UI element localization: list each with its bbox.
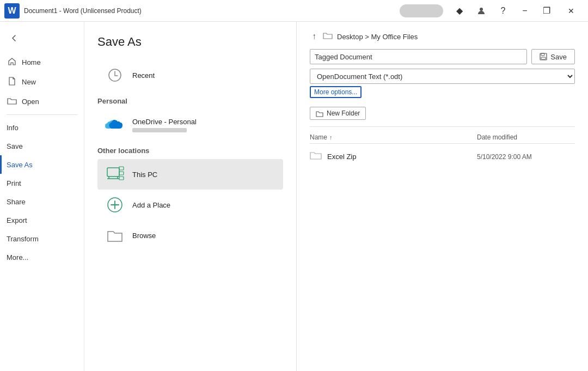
file-list-header: Name ↑ Date modified <box>310 131 575 144</box>
sidebar-item-open-label: Open <box>22 98 39 106</box>
new-folder-button[interactable]: Name New Folder <box>310 107 366 120</box>
recent-label: Recent <box>132 71 155 80</box>
svg-point-0 <box>480 8 483 11</box>
app-logo: W <box>4 3 20 19</box>
location-this-pc[interactable]: This PC <box>97 159 283 190</box>
recent-icon <box>104 64 126 86</box>
sidebar-item-home-label: Home <box>22 58 41 66</box>
sidebar-item-save-label: Save <box>7 142 23 150</box>
onedrive-icon <box>104 114 126 136</box>
titlebar: W Document1 - Word (Unlicensed Product) … <box>0 0 588 22</box>
account-icon-btn[interactable] <box>471 2 491 20</box>
this-pc-label: This PC <box>132 171 157 179</box>
file-date-0: 5/10/2022 9:00 AM <box>477 153 575 161</box>
sidebar-item-home[interactable]: Home <box>0 52 84 72</box>
location-browse[interactable]: Browse <box>97 220 283 251</box>
sidebar: Home New Open Info Save Save As Print <box>0 22 84 371</box>
sidebar-item-transform-label: Transform <box>7 235 39 243</box>
path-row: ↑ Desktop > My Office Files <box>310 31 575 42</box>
file-name-0: Excel Zip <box>327 153 477 161</box>
file-folder-icon <box>310 150 322 163</box>
sidebar-item-save-as-label: Save As <box>7 161 33 169</box>
path-up-button[interactable]: ↑ <box>310 31 318 42</box>
path-text: Desktop > My Office Files <box>337 33 418 41</box>
close-btn[interactable]: ✕ <box>559 2 584 20</box>
onedrive-subtext <box>132 128 187 132</box>
svg-rect-7 <box>119 172 124 175</box>
more-options-container: More options... <box>310 86 575 102</box>
window-title: Document1 - Word (Unlicensed Product) <box>24 7 400 15</box>
browse-icon <box>104 224 126 246</box>
location-add-place[interactable]: Add a Place <box>97 190 283 220</box>
other-locations-label: Other locations <box>97 147 283 155</box>
sidebar-item-share-label: Share <box>7 198 26 206</box>
location-recent[interactable]: Recent <box>97 60 283 90</box>
help-icon-btn[interactable]: ? <box>493 2 513 20</box>
svg-rect-2 <box>107 168 119 177</box>
sidebar-item-save[interactable]: Save <box>0 137 84 155</box>
content-area: Save As Recent Personal <box>84 22 588 371</box>
path-folder-icon <box>323 31 333 42</box>
restore-btn[interactable]: ❐ <box>537 2 556 20</box>
sidebar-item-info[interactable]: Info <box>0 118 84 137</box>
new-icon <box>7 77 17 87</box>
add-place-icon <box>104 194 126 216</box>
more-options-link[interactable]: More options... <box>310 86 362 98</box>
sidebar-item-save-as[interactable]: Save As <box>0 155 84 174</box>
sidebar-item-print-label: Print <box>7 179 21 187</box>
diamond-icon-btn[interactable]: ◆ <box>450 2 469 20</box>
sidebar-divider <box>7 114 77 115</box>
sidebar-item-more-label: More... <box>7 253 28 261</box>
home-icon <box>7 57 17 68</box>
sidebar-item-open[interactable]: Open <box>0 92 84 111</box>
add-place-label: Add a Place <box>132 201 170 209</box>
save-button-label: Save <box>550 53 567 61</box>
user-avatar <box>400 4 443 17</box>
personal-section-label: Personal <box>97 97 283 105</box>
minimize-btn[interactable]: − <box>515 2 535 20</box>
sidebar-item-export-label: Export <box>7 216 27 224</box>
svg-rect-8 <box>119 177 124 180</box>
filename-row: Save <box>310 49 575 64</box>
sidebar-item-info-label: Info <box>7 124 19 132</box>
saveas-right-panel: ↑ Desktop > My Office Files Save OpenDoc… <box>297 22 588 371</box>
saveas-title: Save As <box>97 35 283 49</box>
format-row: OpenDocument Text (*.odt) Word Document … <box>310 69 575 84</box>
sidebar-item-share[interactable]: Share <box>0 192 84 211</box>
titlebar-controls: ◆ ? − ❐ ✕ <box>400 2 584 20</box>
sort-icon: ↑ <box>329 134 333 141</box>
sidebar-item-more[interactable]: More... <box>0 248 84 266</box>
saveas-left-panel: Save As Recent Personal <box>84 22 297 371</box>
col-date-header: Date modified <box>477 133 575 141</box>
filename-input[interactable] <box>310 49 527 64</box>
sidebar-item-export[interactable]: Export <box>0 211 84 229</box>
onedrive-info: OneDrive - Personal <box>132 118 197 132</box>
this-pc-icon <box>104 163 126 185</box>
new-folder-row: Name New Folder <box>310 107 575 120</box>
col-name-header[interactable]: Name ↑ <box>310 133 477 141</box>
save-button[interactable]: Save <box>531 49 575 64</box>
location-onedrive[interactable]: OneDrive - Personal <box>97 110 283 140</box>
svg-rect-6 <box>119 167 124 170</box>
sidebar-item-new[interactable]: New <box>0 72 84 92</box>
file-list-divider <box>310 126 575 127</box>
sidebar-item-new-label: New <box>22 78 36 86</box>
browse-label: Browse <box>132 232 156 240</box>
sidebar-item-print[interactable]: Print <box>0 174 84 192</box>
file-row-0[interactable]: Excel Zip 5/10/2022 9:00 AM <box>310 146 575 167</box>
back-button[interactable] <box>4 28 24 48</box>
open-icon <box>7 97 17 106</box>
svg-rect-14 <box>541 57 546 59</box>
format-select[interactable]: OpenDocument Text (*.odt) Word Document … <box>310 69 575 84</box>
new-folder-btn-label: New Folder <box>327 110 360 117</box>
sidebar-item-transform[interactable]: Transform <box>0 229 84 248</box>
app-body: Home New Open Info Save Save As Print <box>0 22 588 371</box>
